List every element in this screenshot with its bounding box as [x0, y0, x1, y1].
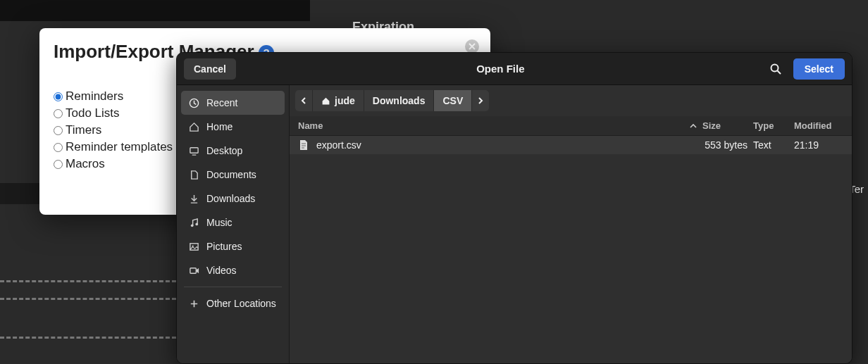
- videos-icon: [188, 265, 199, 276]
- header-right: Select: [765, 58, 845, 80]
- sidebar-item-label: Music: [206, 217, 232, 228]
- music-icon: [188, 217, 199, 228]
- path-label: CSV: [442, 95, 463, 106]
- radio-macros[interactable]: [54, 160, 63, 169]
- file-open-dialog: Cancel Open File Select Recent: [176, 52, 852, 364]
- radio-timers[interactable]: [54, 126, 63, 135]
- file-size: 553 bytes: [702, 139, 753, 151]
- sidebar-item-videos[interactable]: Videos: [181, 258, 285, 282]
- radio-reminder-templates[interactable]: [54, 143, 63, 152]
- sidebar-item-label: Desktop: [206, 145, 242, 156]
- home-icon: [321, 96, 330, 106]
- home-icon: [188, 121, 199, 132]
- documents-icon: [188, 169, 199, 180]
- desktop-icon: [188, 145, 199, 156]
- sort-indicator[interactable]: [684, 123, 702, 129]
- search-button[interactable]: [765, 58, 786, 80]
- file-row[interactable]: export.csv 553 bytes Text 21:19: [290, 136, 852, 154]
- sidebar-item-label: Home: [206, 121, 232, 132]
- column-name[interactable]: Name: [295, 120, 684, 131]
- places-sidebar: Recent Home Desktop Documents: [177, 85, 290, 363]
- column-headers: Name Size Type Modified: [290, 116, 852, 136]
- sidebar-item-home[interactable]: Home: [181, 115, 285, 139]
- svg-point-6: [195, 222, 198, 225]
- path-bar: jude Downloads CSV: [290, 85, 852, 116]
- sidebar-item-label: Documents: [206, 169, 256, 180]
- path-forward-button[interactable]: [472, 90, 489, 111]
- column-size[interactable]: Size: [702, 120, 753, 131]
- svg-point-5: [190, 224, 193, 227]
- option-label: Todo Lists: [66, 105, 120, 122]
- sidebar-item-label: Videos: [206, 265, 237, 276]
- chevron-right-icon: [478, 97, 483, 104]
- downloads-icon: [188, 193, 199, 204]
- path-segment-home[interactable]: jude: [313, 90, 364, 111]
- file-name: export.csv: [316, 139, 361, 151]
- option-label: Reminders: [66, 88, 123, 105]
- option-label: Reminder templates: [66, 139, 173, 156]
- file-list-panel: jude Downloads CSV Name: [290, 85, 852, 363]
- close-icon: [469, 43, 476, 50]
- dialog-header: Cancel Open File Select: [177, 53, 852, 85]
- path-label: jude: [335, 95, 355, 106]
- bg-divider: [0, 298, 176, 300]
- sidebar-item-recent[interactable]: Recent: [181, 91, 285, 115]
- path-segment-csv[interactable]: CSV: [434, 90, 472, 111]
- path-segments: jude Downloads CSV: [295, 90, 489, 111]
- bg-divider: [0, 280, 176, 282]
- sidebar-divider: [184, 287, 282, 287]
- bg-divider: [0, 337, 176, 339]
- file-type: Text: [753, 139, 794, 151]
- search-icon: [769, 63, 782, 75]
- sidebar-item-desktop[interactable]: Desktop: [181, 139, 285, 163]
- cancel-button[interactable]: Cancel: [184, 58, 236, 80]
- sidebar-item-music[interactable]: Music: [181, 211, 285, 234]
- bg-strip-2: [0, 183, 39, 204]
- sort-asc-icon: [690, 123, 697, 129]
- svg-line-1: [777, 70, 781, 74]
- sidebar-item-documents[interactable]: Documents: [181, 163, 285, 187]
- clock-icon: [188, 97, 199, 108]
- chevron-left-icon: [301, 97, 306, 104]
- select-button[interactable]: Select: [793, 58, 845, 80]
- sidebar-item-other-locations[interactable]: Other Locations: [181, 291, 285, 315]
- file-icon: [298, 139, 309, 151]
- radio-reminders[interactable]: [54, 92, 63, 101]
- plus-icon: [188, 298, 199, 309]
- sidebar-item-label: Other Locations: [206, 298, 276, 309]
- column-modified[interactable]: Modified: [794, 120, 846, 131]
- path-back-button[interactable]: [295, 90, 313, 111]
- sidebar-item-label: Pictures: [206, 241, 242, 252]
- bg-strip: [0, 0, 310, 21]
- svg-rect-3: [190, 147, 197, 153]
- sidebar-item-label: Downloads: [206, 193, 255, 204]
- option-label: Timers: [66, 122, 101, 139]
- radio-todo-lists[interactable]: [54, 109, 63, 118]
- path-segment-downloads[interactable]: Downloads: [364, 90, 435, 111]
- svg-rect-9: [190, 268, 195, 273]
- close-button[interactable]: [465, 39, 479, 54]
- pictures-icon: [188, 241, 199, 252]
- sidebar-item-downloads[interactable]: Downloads: [181, 187, 285, 211]
- sidebar-item-pictures[interactable]: Pictures: [181, 234, 285, 258]
- column-type[interactable]: Type: [753, 120, 794, 131]
- option-label: Macros: [66, 156, 105, 172]
- dialog-body: Recent Home Desktop Documents: [177, 85, 852, 363]
- svg-point-0: [771, 64, 778, 71]
- sidebar-item-label: Recent: [206, 97, 237, 108]
- path-label: Downloads: [373, 95, 426, 106]
- dialog-title: Open File: [476, 63, 524, 75]
- file-rows: export.csv 553 bytes Text 21:19: [290, 136, 852, 363]
- file-modified: 21:19: [794, 139, 846, 151]
